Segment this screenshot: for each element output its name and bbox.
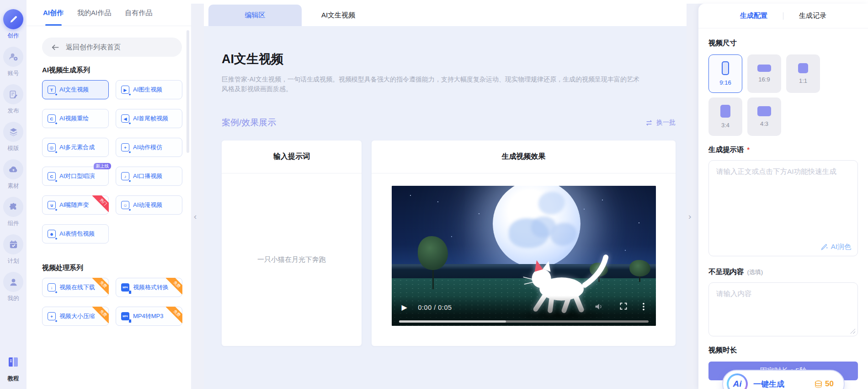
rail-item-plan[interactable]: 计划 bbox=[3, 234, 23, 265]
prompt-heading: 生成提示语 * bbox=[708, 145, 858, 155]
more-options-icon[interactable] bbox=[642, 302, 645, 313]
collapse-right-icon[interactable]: › bbox=[688, 211, 691, 222]
rail-label: 创作 bbox=[8, 32, 19, 40]
tab-ai-create[interactable]: AI创作 bbox=[43, 0, 64, 26]
example-video-player[interactable]: ▶ 0:00 / 0:05 bbox=[392, 186, 656, 326]
video-progress-bar[interactable] bbox=[399, 320, 649, 323]
tool-tabs: AI创作 我的AI作品 自有作品 bbox=[27, 0, 191, 26]
rail-item-component[interactable]: 组件 bbox=[3, 197, 23, 227]
new-badge: 新上线 bbox=[94, 163, 112, 169]
tool-ai-multi-element[interactable]: ◎ AI多元素合成 bbox=[42, 138, 109, 157]
aspect-16-9-icon bbox=[757, 65, 771, 72]
repaint-icon: C bbox=[48, 114, 56, 123]
profile-icon bbox=[3, 272, 23, 292]
generate-label: 一键生成 bbox=[753, 379, 784, 389]
mic-icon: ♪ bbox=[121, 172, 129, 180]
mp4-icon: MP4 bbox=[121, 312, 129, 320]
rail-label: 发布 bbox=[8, 107, 19, 115]
tab-generate-config[interactable]: 生成配置 bbox=[740, 11, 767, 20]
config-panel-tabs: 生成配置 生成记录 bbox=[698, 4, 868, 28]
tab-edit-zone[interactable]: 编辑区 bbox=[208, 5, 302, 26]
prompt-example-card: 输入提示词 一只小猫在月光下奔跑 bbox=[222, 140, 362, 346]
layers-icon bbox=[3, 122, 23, 142]
tool-ai-image-to-video[interactable]: ▶ AI图生视频 bbox=[116, 80, 182, 99]
rail-label: 素材 bbox=[8, 182, 19, 190]
rail-label: 模版 bbox=[8, 145, 19, 152]
ai-logo-icon: Ai bbox=[727, 373, 748, 389]
section-title-video-process: 视频处理系列 bbox=[42, 264, 191, 272]
pen-sparkle-icon bbox=[820, 243, 828, 251]
tool-ai-emoji-video[interactable]: ☻ AI表情包视频 bbox=[42, 224, 109, 243]
tool-mp4-to-mp3[interactable]: MP4 MP4转MP3 免费 bbox=[116, 307, 182, 326]
rail-item-tutorial[interactable]: 教程 bbox=[3, 352, 23, 383]
tool-video-download[interactable]: ↓ 视频在线下载 免费 bbox=[42, 278, 109, 297]
tool-ai-motion-mimic[interactable]: + AI动作模仿 bbox=[116, 138, 182, 157]
tool-video-compress[interactable]: + 视频大小压缩 免费 bbox=[42, 307, 109, 326]
tool-ai-video-repaint[interactable]: C AI视频重绘 bbox=[42, 109, 109, 128]
section-title-ai-video: AI视频生成系列 bbox=[42, 66, 191, 75]
generate-button[interactable]: Ai 一键生成 50 bbox=[722, 370, 845, 389]
swap-arrows-icon bbox=[645, 120, 653, 126]
tab-divider bbox=[783, 12, 783, 20]
tab-my-ai-works[interactable]: 我的AI作品 bbox=[77, 0, 111, 26]
aspect-3-4-icon bbox=[720, 105, 730, 118]
left-rail: 创作 账号 发布 模版 素材 组件 计划 bbox=[0, 0, 27, 389]
rail-item-material[interactable]: 素材 bbox=[3, 159, 23, 190]
size-option-9-16[interactable]: 9:16 bbox=[708, 54, 742, 93]
text-video-icon: T bbox=[48, 86, 56, 94]
aspect-9-16-icon bbox=[722, 61, 729, 75]
rail-item-account[interactable]: 账号 bbox=[3, 47, 23, 77]
collapse-left-icon[interactable]: ‹ bbox=[194, 211, 197, 222]
generate-cost: 50 bbox=[814, 379, 834, 389]
rail-item-create[interactable]: 创作 bbox=[3, 9, 23, 40]
size-option-1-1[interactable]: 1:1 bbox=[786, 54, 820, 93]
negative-content-input[interactable]: 请输入内容 bbox=[708, 282, 858, 336]
tool-ai-mouth-voice[interactable]: ∪ AI嘴随声变 热门 bbox=[42, 195, 109, 215]
cloud-upload-icon bbox=[3, 159, 23, 179]
result-card-header: 生成视频效果 bbox=[372, 140, 676, 173]
video-size-options: 9:16 16:9 1:1 3:4 4:3 bbox=[708, 54, 858, 136]
tool-ai-lipsync-sing[interactable]: C AI对口型唱演 新上线 bbox=[42, 167, 109, 186]
aspect-4-3-icon bbox=[757, 106, 771, 116]
tool-panel-scrollbar[interactable] bbox=[186, 30, 189, 153]
publish-doc-icon bbox=[3, 84, 23, 104]
video-progress-fill bbox=[399, 320, 506, 323]
rail-item-mine[interactable]: 我的 bbox=[3, 272, 23, 303]
tab-generate-history[interactable]: 生成记录 bbox=[799, 11, 826, 20]
tool-ai-text-to-video[interactable]: T AI文生视频 bbox=[42, 80, 109, 99]
tool-video-format-convert[interactable]: MP4 视频格式转换 免费 bbox=[116, 278, 182, 297]
ai-polish-button[interactable]: AI润色 bbox=[820, 243, 851, 251]
result-example-card: 生成视频效果 bbox=[372, 140, 676, 346]
main-area: 编辑区 AI文生视频 AI文生视频 巨推管家-AI文生视频，一句话生成视频。视频… bbox=[204, 0, 687, 389]
hot-ribbon: 热门 bbox=[92, 195, 109, 212]
prompt-input[interactable]: 请输入正文或点击下方AI功能快速生成 AI润色 bbox=[708, 160, 858, 256]
account-add-icon bbox=[3, 47, 23, 67]
lipsync-icon: C bbox=[48, 172, 56, 180]
frames-icon: ◀ bbox=[121, 114, 129, 123]
video-process-button-grid: ↓ 视频在线下载 免费 MP4 视频格式转换 免费 + 视频大小压缩 免费 MP… bbox=[42, 278, 191, 326]
back-to-list-button[interactable]: 返回创作列表首页 bbox=[42, 38, 182, 57]
showcase-cards: 输入提示词 一只小猫在月光下奔跑 生成视频效果 bbox=[222, 140, 687, 346]
compress-icon: + bbox=[48, 312, 56, 320]
download-icon: ↓ bbox=[48, 283, 56, 292]
video-size-heading: 视频尺寸 bbox=[708, 38, 858, 48]
size-option-3-4[interactable]: 3:4 bbox=[708, 97, 742, 136]
tab-text-to-video[interactable]: AI文生视频 bbox=[302, 5, 375, 26]
tab-own-works[interactable]: 自有作品 bbox=[125, 0, 152, 26]
free-ribbon: 免费 bbox=[166, 307, 182, 323]
play-button[interactable]: ▶ bbox=[402, 303, 407, 312]
negative-placeholder: 请输入内容 bbox=[709, 283, 857, 305]
rail-item-publish[interactable]: 发布 bbox=[3, 84, 23, 115]
fullscreen-icon[interactable] bbox=[619, 302, 628, 312]
aspect-1-1-icon bbox=[798, 63, 808, 73]
refresh-batch-button[interactable]: 换一批 bbox=[645, 119, 676, 127]
size-option-16-9[interactable]: 16:9 bbox=[747, 54, 781, 93]
rail-item-template[interactable]: 模版 bbox=[3, 122, 23, 152]
tool-ai-anime-video[interactable]: ☺ AI动漫视频 bbox=[116, 195, 182, 215]
mute-icon[interactable] bbox=[594, 302, 603, 313]
tool-ai-first-last-frame[interactable]: ◀ AI首尾帧视频 bbox=[116, 109, 182, 128]
tool-ai-broadcast-video[interactable]: ♪ AI口播视频 bbox=[116, 167, 182, 186]
tool-panel: AI创作 我的AI作品 自有作品 返回创作列表首页 AI视频生成系列 T AI文… bbox=[27, 0, 191, 389]
size-option-4-3[interactable]: 4:3 bbox=[747, 97, 781, 136]
rail-label: 教程 bbox=[8, 375, 19, 383]
